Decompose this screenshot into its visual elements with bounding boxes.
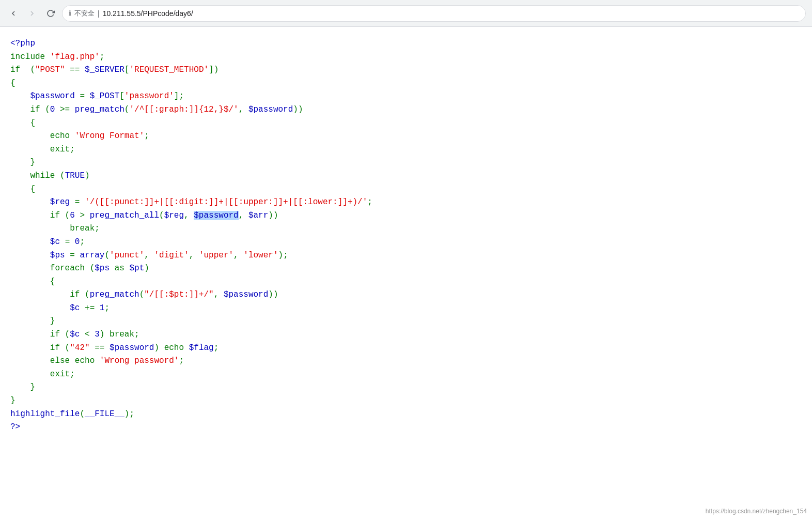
code-line-5: $password = $_POST['password']; (10, 90, 802, 103)
back-button[interactable] (6, 6, 21, 21)
code-line-3: if ("POST" == $_SERVER['REQUEST_METHOD']… (10, 64, 802, 77)
code-line-14: if (6 > preg_match_all($reg, $password, … (10, 209, 802, 223)
code-line-28: } (10, 394, 802, 408)
security-label: 不安全 (74, 9, 95, 18)
code-line-27: } (10, 381, 802, 394)
code-line-4: { (10, 77, 802, 90)
code-line-11: while (TRUE) (10, 170, 802, 183)
code-line-9: exit; (10, 143, 802, 157)
reload-button[interactable] (43, 6, 58, 21)
code-line-19: { (10, 276, 802, 289)
code-line-10: } (10, 156, 802, 170)
code-display: <?php include 'flag.php'; if ("POST" == … (0, 27, 812, 445)
code-line-2: include 'flag.php'; (10, 51, 802, 64)
url-text: 10.211.55.5/PHPcode/day6/ (103, 9, 193, 18)
highlighted-password: $password (194, 211, 238, 220)
code-line-20: if (preg_match("/[[:$pt:]]+/", $password… (10, 288, 802, 302)
address-bar[interactable]: ℹ 不安全 | 10.211.55.5/PHPcode/day6/ (62, 5, 806, 22)
code-line-12: { (10, 183, 802, 196)
code-line-13: $reg = '/([[:punct:]]+|[[:digit:]]+|[[:u… (10, 196, 802, 209)
code-line-16: $c = 0; (10, 236, 802, 249)
code-line-25: else echo 'Wrong password'; (10, 355, 802, 368)
code-line-29: highlight_file(__FILE__); (10, 408, 802, 421)
security-icon: ℹ (69, 9, 71, 17)
code-line-24: if ("42" == $password) echo $flag; (10, 342, 802, 355)
code-line-8: echo 'Wrong Format'; (10, 130, 802, 143)
code-line-6: if (0 >= preg_match('/^[[:graph:]]{12,}$… (10, 103, 802, 117)
code-line-15: break; (10, 222, 802, 236)
code-line-1: <?php (10, 37, 802, 51)
code-line-21: $c += 1; (10, 302, 802, 315)
code-line-26: exit; (10, 368, 802, 381)
code-line-23: if ($c < 3) break; (10, 328, 802, 342)
forward-button[interactable] (25, 6, 39, 21)
code-line-7: { (10, 117, 802, 130)
code-line-30: ?> (10, 421, 802, 434)
code-line-22: } (10, 315, 802, 328)
code-line-18: foreach ($ps as $pt) (10, 262, 802, 276)
browser-chrome: ℹ 不安全 | 10.211.55.5/PHPcode/day6/ (0, 0, 812, 27)
code-line-17: $ps = array('punct', 'digit', 'upper', '… (10, 249, 802, 263)
url-separator: | (98, 9, 100, 18)
watermark: https://blog.csdn.net/zhengchen_154 (706, 508, 807, 515)
